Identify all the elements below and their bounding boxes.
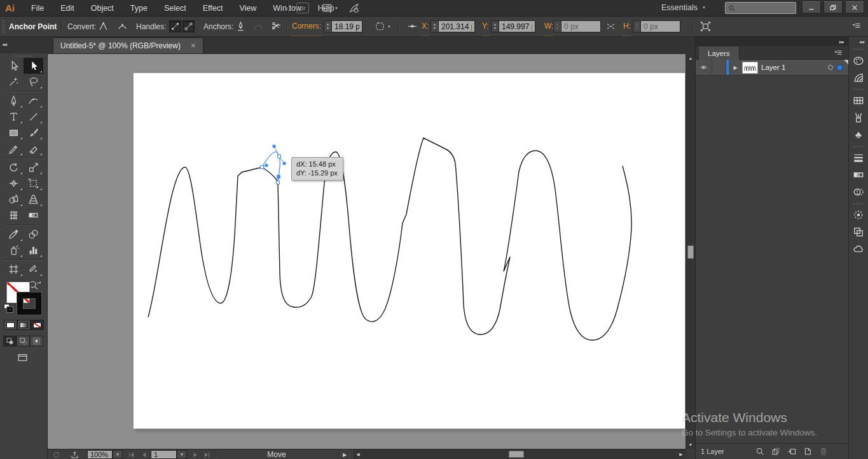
tool-gradient-tool[interactable]: [24, 207, 43, 223]
expand-panels-icon[interactable]: ◀◀: [859, 39, 864, 44]
menu-object[interactable]: Object: [83, 4, 122, 13]
new-layer-icon[interactable]: [803, 447, 812, 456]
scroll-right-icon[interactable]: ▶: [677, 449, 685, 459]
locate-object-icon[interactable]: [755, 447, 764, 456]
status-expand-icon[interactable]: ▶: [343, 450, 347, 459]
tool-pen-tool[interactable]: [4, 93, 24, 109]
canvas-area[interactable]: [48, 53, 685, 449]
transform-icon[interactable]: [698, 19, 713, 34]
y-stepper[interactable]: ▲▼: [491, 20, 499, 32]
brushes-panel-icon[interactable]: [849, 109, 868, 126]
layer-selected-indicator[interactable]: [837, 65, 843, 71]
horizontal-scrollbar-thumb[interactable]: [509, 451, 524, 458]
document-tab[interactable]: Untitled-5* @ 100% (RGB/Preview) ×: [53, 38, 203, 53]
tool-blend-tool[interactable]: [24, 226, 43, 242]
default-fill-stroke-button[interactable]: [4, 304, 14, 313]
tool-rotate-tool[interactable]: [4, 160, 24, 175]
first-artboard-icon[interactable]: [127, 450, 135, 459]
w-label[interactable]: W:: [544, 17, 553, 36]
last-artboard-icon[interactable]: [203, 450, 211, 459]
panel-group-grip[interactable]: [853, 88, 864, 90]
cut-path-button[interactable]: [268, 19, 284, 34]
panel-group-grip[interactable]: [853, 48, 864, 50]
scroll-down-icon[interactable]: ▼: [686, 440, 695, 449]
tool-shape-builder-tool[interactable]: [4, 191, 24, 207]
visibility-eye-icon[interactable]: [696, 60, 712, 75]
search-input[interactable]: [738, 4, 793, 12]
appearance-panel-icon[interactable]: [849, 206, 868, 223]
tab-close-icon[interactable]: ×: [191, 43, 196, 49]
panel-group-grip[interactable]: [853, 203, 864, 205]
menu-edit[interactable]: Edit: [52, 4, 83, 13]
tool-curvature-tool[interactable]: [24, 93, 43, 109]
draw-behind-button[interactable]: [17, 336, 30, 346]
h-label[interactable]: H:: [623, 17, 631, 36]
tool-rectangle-tool[interactable]: [4, 125, 24, 140]
lock-toggle-cell[interactable]: [712, 60, 726, 75]
restore-button[interactable]: [823, 1, 843, 13]
tool-artboard-tool[interactable]: [4, 261, 24, 277]
gradient-button[interactable]: [17, 320, 31, 330]
gpu-performance-button[interactable]: [348, 3, 359, 13]
layer-thumbnail[interactable]: [742, 62, 758, 74]
symbols-panel-icon[interactable]: ♣: [849, 126, 868, 143]
tool-lasso-tool[interactable]: [24, 74, 43, 90]
creative-cloud-icon[interactable]: [849, 240, 868, 257]
tool-column-graph-tool[interactable]: [24, 242, 43, 258]
tool-magic-wand-tool[interactable]: [4, 74, 24, 90]
corners-stepper[interactable]: ▲▼: [324, 20, 332, 32]
layer-target-icon[interactable]: [824, 64, 837, 71]
tool-mesh-tool[interactable]: [4, 207, 24, 223]
gradient-panel-icon[interactable]: [849, 166, 868, 183]
anchor-align-icon[interactable]: [404, 19, 420, 34]
x-input[interactable]: [439, 20, 475, 32]
w-input[interactable]: [561, 20, 601, 32]
close-button[interactable]: [845, 1, 864, 13]
tool-perspective-grid-tool[interactable]: [24, 191, 43, 207]
sync-settings-icon[interactable]: [52, 450, 60, 459]
x-stepper[interactable]: ▲▼: [431, 20, 439, 32]
artboard-dropdown-icon[interactable]: ▼: [177, 450, 187, 459]
tool-type-tool[interactable]: [4, 109, 24, 125]
w-stepper[interactable]: ▲▼: [553, 20, 561, 32]
tool-eraser-tool[interactable]: [24, 140, 43, 156]
layer-name[interactable]: Layer 1: [761, 64, 824, 71]
draw-inside-button[interactable]: [30, 336, 43, 346]
menu-type[interactable]: Type: [122, 4, 156, 13]
previous-artboard-icon[interactable]: [140, 450, 148, 459]
constrain-proportions-icon[interactable]: [603, 19, 618, 34]
zoom-level-input[interactable]: [87, 450, 113, 459]
vertical-scrollbar[interactable]: ▲ ▼: [685, 53, 695, 449]
menu-file[interactable]: File: [23, 4, 52, 13]
artboard-number-input[interactable]: [151, 450, 177, 459]
y-label[interactable]: Y:: [482, 17, 489, 36]
stroke-panel-icon[interactable]: [849, 149, 868, 166]
corners-input[interactable]: [332, 20, 362, 32]
stroke-color-swatch[interactable]: [17, 292, 41, 315]
control-panel-menu-icon[interactable]: [851, 21, 862, 31]
scroll-left-icon[interactable]: ◀: [354, 449, 362, 459]
tool-scale-tool[interactable]: [24, 160, 43, 175]
select-similar-button[interactable]: [372, 19, 387, 34]
tool-symbol-sprayer-tool[interactable]: [4, 242, 24, 258]
horizontal-scrollbar[interactable]: ◀ ▶: [354, 449, 685, 459]
layer-row[interactable]: ▶ Layer 1: [696, 60, 848, 76]
convert-to-smooth-button[interactable]: [114, 19, 130, 34]
layers-panel-menu-icon[interactable]: [833, 48, 843, 57]
color-guide-panel-icon[interactable]: [849, 69, 868, 86]
panel-grip[interactable]: [14, 55, 33, 57]
tool-eyedropper-tool[interactable]: [4, 226, 24, 242]
swatches-panel-icon[interactable]: [849, 92, 868, 109]
menu-effect[interactable]: Effect: [195, 4, 231, 13]
vertical-scrollbar-thumb[interactable]: [687, 245, 694, 259]
make-clip-mask-icon[interactable]: [771, 447, 780, 456]
convert-to-corner-button[interactable]: [95, 19, 111, 34]
y-input[interactable]: [499, 20, 535, 32]
workspace-switcher[interactable]: Essentials ▼: [661, 3, 706, 12]
tool-width-tool[interactable]: [4, 175, 24, 191]
none-button[interactable]: [31, 320, 44, 330]
tool-line-tool[interactable]: [24, 109, 43, 125]
collapse-toolbar-icon[interactable]: ◀◀: [2, 42, 6, 46]
delete-layer-icon[interactable]: [819, 447, 828, 456]
new-sublayer-icon[interactable]: [787, 447, 796, 456]
